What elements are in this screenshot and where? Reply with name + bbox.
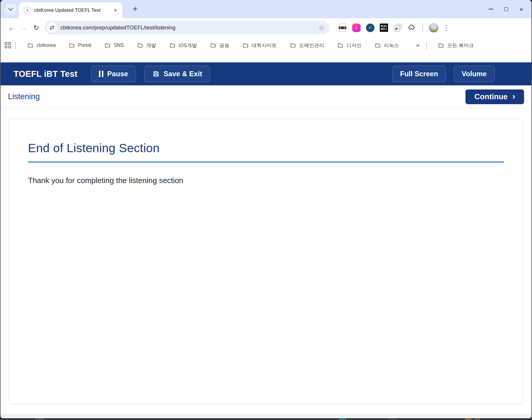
completion-message: Thank you for completing the listening s… <box>28 176 504 185</box>
bookmark-folder-cbtkorea[interactable]: cbtkorea <box>21 39 62 51</box>
folder-icon <box>137 42 143 49</box>
folder-icon <box>104 42 111 49</box>
bookmark-folder-sns[interactable]: SNS <box>98 39 130 51</box>
forward-button[interactable]: → <box>18 21 30 34</box>
browser-tab[interactable]: t cbtKorea Updated TOEFL Test × <box>19 2 122 18</box>
close-icon: × <box>520 6 523 12</box>
toolbar-divider <box>422 24 423 31</box>
save-icon <box>152 70 160 78</box>
window-maximize-button[interactable] <box>498 2 514 16</box>
tab-title: cbtKorea Updated TOEFL Test <box>34 8 110 13</box>
window-controls: × <box>483 0 529 18</box>
folder-icon <box>337 42 344 49</box>
folder-icon <box>290 42 296 49</box>
all-bookmarks-folder[interactable]: 모든 북마크 <box>431 39 480 51</box>
page-viewport: TOEFL iBT Test Pause Save & Exit Full Sc… <box>1 54 531 418</box>
continue-button[interactable]: Continue › <box>465 89 524 104</box>
checkmark-extension-icon[interactable]: ✓ <box>366 23 374 32</box>
pause-icon <box>99 71 103 77</box>
extensions-puzzle-icon[interactable] <box>407 23 416 32</box>
chevron-right-icon: › <box>512 92 515 101</box>
bookmark-folder-finance[interactable]: 금융 <box>203 39 236 51</box>
folder-icon <box>210 42 216 49</box>
screenshot-extension-icon[interactable] <box>393 23 402 32</box>
screen: t cbtKorea Updated TOEFL Test × + × ← → … <box>0 0 532 420</box>
bookmark-star-icon[interactable]: ☆ <box>318 24 324 32</box>
bookmarks-bar: cbtkorea Portal SNS 개발 iOS개발 금융 <box>1 37 531 54</box>
bookmark-folder-linux[interactable]: 리눅스 <box>368 39 405 51</box>
full-screen-button[interactable]: Full Screen <box>392 66 446 82</box>
folder-icon <box>438 42 444 49</box>
save-exit-button[interactable]: Save & Exit <box>144 66 210 82</box>
browser-menu-button[interactable]: ⋮ <box>442 24 450 32</box>
titlebar: t cbtKorea Updated TOEFL Test × + × <box>1 0 531 18</box>
app-title: TOEFL iBT Test <box>14 69 77 79</box>
bookmark-folder-portal[interactable]: Portal <box>62 39 97 51</box>
site-settings-icon[interactable] <box>47 23 57 33</box>
test-header-bar: TOEFL iBT Test Pause Save & Exit Full Sc… <box>1 62 531 85</box>
tab-search-button[interactable] <box>5 4 16 14</box>
folder-icon <box>69 42 75 49</box>
chevron-down-icon <box>8 6 13 11</box>
content-card: End of Listening Section Thank you for c… <box>9 119 523 404</box>
folder-icon <box>27 42 34 49</box>
profile-avatar[interactable] <box>429 23 438 32</box>
window-minimize-button[interactable] <box>483 2 498 16</box>
bookmark-folder-university-sites[interactable]: 대학사이트 <box>236 39 283 51</box>
tab-close-icon[interactable]: × <box>112 7 119 14</box>
folder-icon <box>242 42 249 49</box>
folder-icon <box>374 42 381 49</box>
browser-toolbar: ← → ↻ cbtkorea.com/prep/updatedTOEFL/tes… <box>1 18 531 37</box>
binary-code-extension-icon[interactable]: 01010011 <box>379 23 388 32</box>
section-bar: Listening Continue › <box>1 85 531 108</box>
bookmark-folder-design[interactable]: 디자인 <box>331 39 368 51</box>
browser-window: t cbtKorea Updated TOEFL Test × + × ← → … <box>0 0 532 418</box>
address-bar[interactable]: cbtkorea.com/prep/updatedTOEFL/test/list… <box>45 21 329 34</box>
apps-grid-icon[interactable] <box>5 42 11 49</box>
site-favicon-icon: t <box>24 6 31 14</box>
bookmarks-divider <box>15 41 16 49</box>
volume-button[interactable]: Volume <box>454 66 495 82</box>
new-tab-button[interactable]: + <box>130 4 141 15</box>
bookmarks-divider-right <box>426 41 427 49</box>
bookmarks-overflow-button[interactable]: » <box>414 41 422 49</box>
folder-icon <box>169 42 176 49</box>
pause-button[interactable]: Pause <box>91 66 136 82</box>
extension-icons: ↓ ✓ 01010011 <box>338 23 438 32</box>
maximize-icon <box>504 7 508 11</box>
reload-button[interactable]: ↻ <box>30 21 42 34</box>
bookmark-folder-domain-management[interactable]: 도메인관리 <box>283 39 331 51</box>
url-text: cbtkorea.com/prep/updatedTOEFL/test/list… <box>60 25 175 31</box>
back-button[interactable]: ← <box>5 21 18 34</box>
minimize-icon <box>489 9 493 9</box>
video-downloader-extension-icon[interactable]: ↓ <box>352 23 361 32</box>
page-bottom-strip <box>1 414 531 418</box>
page-title: End of Listening Section <box>28 141 504 162</box>
taskbar-sliver <box>0 418 532 420</box>
privacy-mask-extension-icon[interactable] <box>338 23 347 32</box>
window-close-button[interactable]: × <box>514 2 529 16</box>
section-label: Listening <box>8 92 40 101</box>
bookmark-folder-dev[interactable]: 개발 <box>130 39 163 51</box>
bookmark-folder-ios-dev[interactable]: iOS개발 <box>163 39 203 51</box>
